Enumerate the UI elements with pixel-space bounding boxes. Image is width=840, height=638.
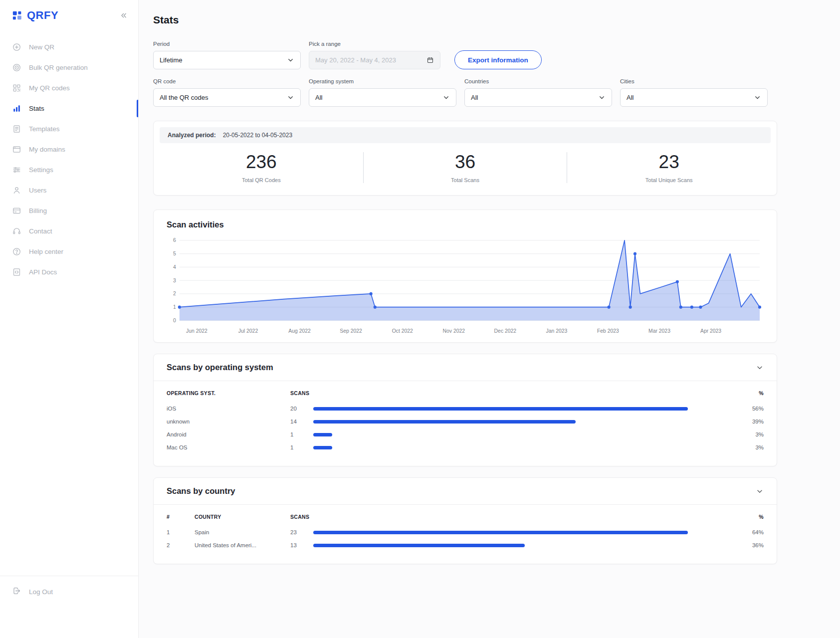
- chevron-down-icon: [442, 94, 450, 101]
- table-row: 2United States of Ameri...1336%: [167, 539, 764, 552]
- bulk-target-icon: [12, 63, 21, 72]
- row-rank: 1: [167, 529, 195, 535]
- countries-label: Countries: [464, 78, 612, 84]
- operating-system-label: Operating system: [309, 78, 456, 84]
- sliders-icon: [12, 165, 21, 175]
- scan-bar: [313, 446, 332, 449]
- qr-code-value: All the QR codes: [160, 94, 209, 101]
- svg-text:1: 1: [173, 304, 176, 310]
- stat-total-unique-scans: 23Total Unique Scans: [567, 152, 771, 183]
- qr-code-label: QR code: [153, 78, 301, 84]
- scan-activities-card: Scan activities 0123456Jun 2022Jul 2022A…: [153, 210, 777, 343]
- period-value: Lifetime: [160, 56, 183, 64]
- period-label: Period: [153, 41, 301, 47]
- date-range-input[interactable]: May 20, 2022 - May 4, 2023: [309, 51, 440, 69]
- logout-button[interactable]: Log Out: [12, 586, 126, 597]
- brand-name: QRFY: [27, 9, 58, 22]
- row-percent: 39%: [741, 419, 764, 425]
- stat-value: 23: [567, 152, 771, 173]
- sidebar-item-stats[interactable]: Stats: [0, 98, 138, 119]
- svg-text:3: 3: [173, 278, 176, 283]
- qr-grid-icon: [12, 83, 21, 93]
- row-name: Mac OS: [167, 444, 290, 450]
- main-content: Stats Period Lifetime Pick a range May 2…: [139, 0, 840, 594]
- sidebar-footer: Log Out: [0, 576, 138, 638]
- table-row: unknown1439%: [167, 415, 764, 428]
- row-scans: 1: [290, 444, 313, 450]
- svg-text:Aug 2022: Aug 2022: [288, 328, 311, 334]
- stat-value: 36: [364, 152, 567, 173]
- scans-by-os-title: Scans by operating system: [167, 363, 273, 372]
- countries-select[interactable]: All: [464, 88, 612, 107]
- qr-code-select[interactable]: All the QR codes: [153, 88, 301, 107]
- credit-card-icon: [12, 206, 21, 215]
- scans-by-os-header[interactable]: Scans by operating system: [154, 354, 777, 381]
- row-percent: 3%: [741, 444, 764, 450]
- scan-bar: [313, 433, 332, 436]
- row-scans: 23: [290, 529, 313, 535]
- analyzed-period: Analyzed period: 20-05-2022 to 04-05-202…: [160, 127, 771, 143]
- svg-text:Dec 2022: Dec 2022: [494, 328, 517, 334]
- scans-by-country-table: # COUNTRY SCANS % 1Spain2364%2United Sta…: [154, 505, 777, 564]
- row-name: Android: [167, 431, 290, 437]
- period-select[interactable]: Lifetime: [153, 51, 301, 69]
- code-doc-icon: [12, 267, 21, 277]
- qrfy-logo[interactable]: QRFY: [12, 9, 58, 22]
- scans-by-country-header[interactable]: Scans by country: [154, 478, 777, 505]
- sidebar-item-label: Billing: [29, 207, 47, 214]
- svg-text:Jul 2022: Jul 2022: [238, 328, 258, 334]
- summary-stats: 236Total QR Codes36Total Scans23Total Un…: [160, 143, 771, 195]
- sidebar-item-label: Bulk QR generation: [29, 64, 88, 71]
- sidebar-item-label: Settings: [29, 166, 53, 174]
- sidebar-item-billing[interactable]: Billing: [0, 201, 138, 221]
- sidebar: QRFY New QRBulk QR generationMy QR codes…: [0, 0, 139, 638]
- row-scans: 14: [290, 419, 313, 425]
- range-label: Pick a range: [309, 41, 440, 47]
- stat-label: Total Unique Scans: [567, 177, 771, 183]
- scans-by-os-card: Scans by operating system OPERATING SYST…: [153, 354, 777, 466]
- scans-by-country-title: Scans by country: [167, 486, 235, 496]
- operating-system-select[interactable]: All: [309, 88, 456, 107]
- chevron-down-icon: [754, 94, 761, 101]
- sidebar-item-help-center[interactable]: Help center: [0, 241, 138, 262]
- sidebar-header: QRFY: [0, 0, 138, 30]
- svg-text:Mar 2023: Mar 2023: [648, 328, 670, 334]
- sidebar-item-contact[interactable]: Contact: [0, 221, 138, 241]
- sidebar-item-label: API Docs: [29, 268, 57, 276]
- chevron-down-icon[interactable]: [756, 364, 764, 372]
- cities-select[interactable]: All: [620, 88, 768, 107]
- country-table-rows: 1Spain2364%2United States of Ameri...133…: [167, 526, 764, 552]
- sidebar-item-templates[interactable]: Templates: [0, 119, 138, 139]
- sidebar-item-users[interactable]: Users: [0, 180, 138, 201]
- browser-window-icon: [12, 145, 21, 154]
- scans-by-country-card: Scans by country # COUNTRY SCANS % 1Spai…: [153, 477, 777, 564]
- row-name: United States of Ameri...: [195, 542, 290, 548]
- sidebar-item-new-qr[interactable]: New QR: [0, 37, 138, 57]
- scan-activities-chart: 0123456Jun 2022Jul 2022Aug 2022Sep 2022O…: [167, 235, 764, 337]
- os-table-header: OPERATING SYST. SCANS %: [167, 386, 764, 402]
- scan-activities-title: Scan activities: [167, 220, 764, 229]
- chevron-down-icon[interactable]: [756, 487, 764, 495]
- row-rank: 2: [167, 542, 195, 548]
- svg-text:6: 6: [173, 237, 176, 243]
- summary-card: Analyzed period: 20-05-2022 to 04-05-202…: [153, 121, 777, 196]
- scan-bar: [313, 544, 525, 547]
- svg-text:Sep 2022: Sep 2022: [340, 328, 362, 334]
- svg-text:4: 4: [173, 264, 176, 270]
- svg-text:2: 2: [173, 291, 176, 296]
- table-row: iOS2056%: [167, 402, 764, 415]
- export-information-button[interactable]: Export information: [454, 50, 542, 69]
- sidebar-item-label: My QR codes: [29, 84, 70, 92]
- sidebar-item-api-docs[interactable]: API Docs: [0, 262, 138, 282]
- sidebar-item-my-qr-codes[interactable]: My QR codes: [0, 78, 138, 98]
- user-icon: [12, 186, 21, 195]
- logout-icon: [12, 586, 21, 597]
- row-percent: 36%: [741, 542, 764, 548]
- collapse-sidebar-button[interactable]: [119, 11, 128, 20]
- date-range-value: May 20, 2022 - May 4, 2023: [315, 56, 396, 64]
- sidebar-item-settings[interactable]: Settings: [0, 160, 138, 180]
- sidebar-item-my-domains[interactable]: My domains: [0, 139, 138, 160]
- row-name: unknown: [167, 419, 290, 425]
- sidebar-item-bulk-qr-generation[interactable]: Bulk QR generation: [0, 57, 138, 78]
- scan-bar: [313, 531, 688, 534]
